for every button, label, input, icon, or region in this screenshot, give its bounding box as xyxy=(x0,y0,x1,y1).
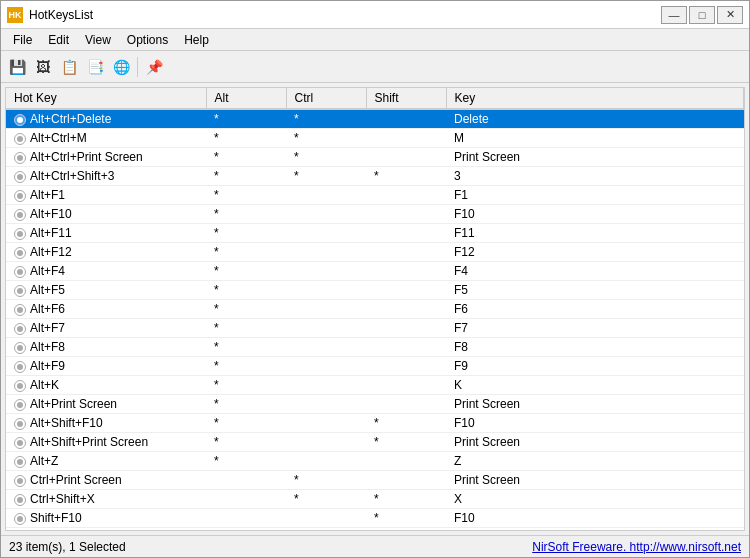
copy2-button[interactable]: 📑 xyxy=(83,55,107,79)
pin-button[interactable]: 📌 xyxy=(142,55,166,79)
row-icon xyxy=(14,114,26,126)
cell-shift xyxy=(366,224,446,243)
table-row[interactable]: Alt+Print Screen*Print Screen xyxy=(6,395,744,414)
table-row[interactable]: Alt+Z*Z xyxy=(6,452,744,471)
cell-ctrl: * xyxy=(286,167,366,186)
status-right[interactable]: NirSoft Freeware. http://www.nirsoft.net xyxy=(532,540,741,554)
cell-alt: * xyxy=(206,224,286,243)
cell-ctrl xyxy=(286,319,366,338)
cell-hotkey: Alt+Shift+Print Screen xyxy=(6,433,206,452)
cell-ctrl xyxy=(286,243,366,262)
cell-shift xyxy=(366,319,446,338)
table-body: Alt+Ctrl+Delete**DeleteAlt+Ctrl+M**MAlt+… xyxy=(6,109,744,531)
row-icon xyxy=(14,304,26,316)
cell-key: M xyxy=(446,129,744,148)
cell-ctrl xyxy=(286,262,366,281)
save-button[interactable]: 💾 xyxy=(5,55,29,79)
table-row[interactable]: Shift+F9*F9 xyxy=(6,528,744,532)
cell-shift: * xyxy=(366,490,446,509)
cell-shift xyxy=(366,129,446,148)
row-icon xyxy=(14,209,26,221)
col-header-key[interactable]: Key xyxy=(446,88,744,109)
table-row[interactable]: Ctrl+Shift+X**X xyxy=(6,490,744,509)
table-row[interactable]: Alt+F7*F7 xyxy=(6,319,744,338)
col-header-shift[interactable]: Shift xyxy=(366,88,446,109)
cell-alt xyxy=(206,490,286,509)
cell-hotkey: Alt+F5 xyxy=(6,281,206,300)
cell-alt: * xyxy=(206,376,286,395)
table-row[interactable]: Alt+F1*F1 xyxy=(6,186,744,205)
table-row[interactable]: Alt+F9*F9 xyxy=(6,357,744,376)
menu-view[interactable]: View xyxy=(77,31,119,49)
copy-button[interactable]: 📋 xyxy=(57,55,81,79)
table-row[interactable]: Alt+F10*F10 xyxy=(6,205,744,224)
status-left: 23 item(s), 1 Selected xyxy=(9,540,126,554)
row-icon xyxy=(14,475,26,487)
cell-alt xyxy=(206,509,286,528)
cell-alt: * xyxy=(206,433,286,452)
cell-key: K xyxy=(446,376,744,395)
cell-shift xyxy=(366,186,446,205)
table-row[interactable]: Alt+F6*F6 xyxy=(6,300,744,319)
table-row[interactable]: Alt+F5*F5 xyxy=(6,281,744,300)
table-row[interactable]: Alt+F8*F8 xyxy=(6,338,744,357)
close-button[interactable]: ✕ xyxy=(717,6,743,24)
web-button[interactable]: 🌐 xyxy=(109,55,133,79)
cell-alt: * xyxy=(206,148,286,167)
table-row[interactable]: Alt+Shift+Print Screen**Print Screen xyxy=(6,433,744,452)
table-row[interactable]: Alt+F11*F11 xyxy=(6,224,744,243)
app-icon: HK xyxy=(7,7,23,23)
row-icon xyxy=(14,228,26,240)
cell-key: Print Screen xyxy=(446,148,744,167)
table-row[interactable]: Alt+K*K xyxy=(6,376,744,395)
minimize-button[interactable]: — xyxy=(661,6,687,24)
cell-key: F7 xyxy=(446,319,744,338)
table-row[interactable]: Alt+Ctrl+M**M xyxy=(6,129,744,148)
maximize-button[interactable]: □ xyxy=(689,6,715,24)
cell-ctrl xyxy=(286,414,366,433)
row-icon xyxy=(14,190,26,202)
col-header-hotkey[interactable]: Hot Key xyxy=(6,88,206,109)
cell-key: F1 xyxy=(446,186,744,205)
window-title: HotKeysList xyxy=(29,8,93,22)
cell-ctrl: * xyxy=(286,471,366,490)
menu-file[interactable]: File xyxy=(5,31,40,49)
cell-key: F11 xyxy=(446,224,744,243)
cell-hotkey: Ctrl+Print Screen xyxy=(6,471,206,490)
image-button[interactable]: 🖼 xyxy=(31,55,55,79)
table-row[interactable]: Ctrl+Print Screen*Print Screen xyxy=(6,471,744,490)
col-header-ctrl[interactable]: Ctrl xyxy=(286,88,366,109)
toolbar: 💾 🖼 📋 📑 🌐 📌 xyxy=(1,51,749,83)
cell-key: F6 xyxy=(446,300,744,319)
table-row[interactable]: Shift+F10*F10 xyxy=(6,509,744,528)
row-icon xyxy=(14,437,26,449)
cell-alt: * xyxy=(206,281,286,300)
table-container[interactable]: Hot Key Alt Ctrl Shift Key Alt+Ctrl+Dele… xyxy=(5,87,745,531)
menu-help[interactable]: Help xyxy=(176,31,217,49)
cell-key: F10 xyxy=(446,205,744,224)
col-header-alt[interactable]: Alt xyxy=(206,88,286,109)
cell-key: F8 xyxy=(446,338,744,357)
cell-shift: * xyxy=(366,509,446,528)
table-row[interactable]: Alt+Ctrl+Print Screen**Print Screen xyxy=(6,148,744,167)
cell-key: Print Screen xyxy=(446,395,744,414)
cell-hotkey: Alt+F6 xyxy=(6,300,206,319)
menu-edit[interactable]: Edit xyxy=(40,31,77,49)
table-row[interactable]: Alt+Shift+F10**F10 xyxy=(6,414,744,433)
toolbar-separator xyxy=(137,57,138,77)
cell-hotkey: Alt+F12 xyxy=(6,243,206,262)
table-row[interactable]: Alt+F4*F4 xyxy=(6,262,744,281)
cell-shift xyxy=(366,148,446,167)
cell-ctrl xyxy=(286,186,366,205)
cell-key: F12 xyxy=(446,243,744,262)
row-icon xyxy=(14,152,26,164)
menu-options[interactable]: Options xyxy=(119,31,176,49)
hotkeys-table: Hot Key Alt Ctrl Shift Key Alt+Ctrl+Dele… xyxy=(6,88,744,531)
cell-hotkey: Alt+Ctrl+Delete xyxy=(6,109,206,129)
table-row[interactable]: Alt+Ctrl+Delete**Delete xyxy=(6,109,744,129)
table-row[interactable]: Alt+Ctrl+Shift+3***3 xyxy=(6,167,744,186)
status-bar: 23 item(s), 1 Selected NirSoft Freeware.… xyxy=(1,535,749,557)
table-row[interactable]: Alt+F12*F12 xyxy=(6,243,744,262)
cell-shift xyxy=(366,243,446,262)
cell-ctrl: * xyxy=(286,109,366,129)
